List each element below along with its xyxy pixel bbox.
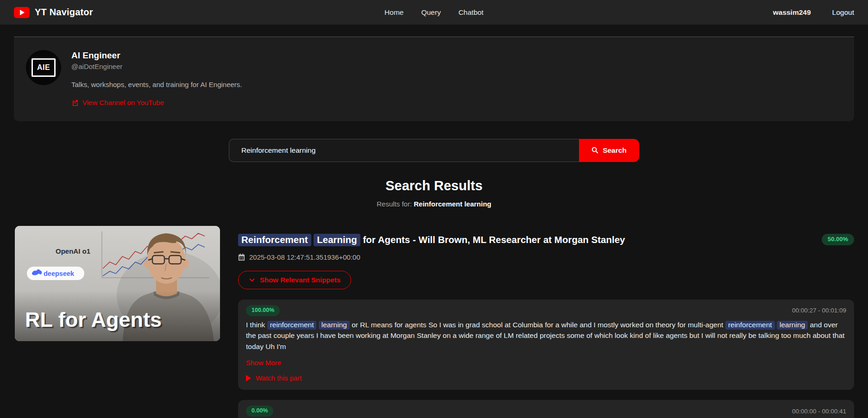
deepseek-logo: deepseek — [27, 267, 84, 280]
view-channel-label: View Channel on YouTube — [82, 98, 164, 107]
watch-this-part-label: Watch this part — [256, 374, 302, 383]
calendar-icon — [238, 254, 245, 261]
navbar: YT Navigator Home Query Chatbot wassim24… — [0, 0, 868, 25]
snippet-score-badge: 0.00% — [246, 406, 273, 417]
snippet-text: I think reinforcement learning or RL mea… — [246, 319, 846, 352]
youtube-logo-icon — [14, 7, 30, 18]
published-date: 2025-03-08 12:47:51.351936+00:00 — [249, 253, 360, 262]
external-link-icon — [71, 100, 78, 106]
watch-this-part-link[interactable]: Watch this part — [246, 374, 302, 383]
search-input[interactable] — [229, 139, 579, 162]
result-row: OpenAI o1 deepseek RL for Agents RL for … — [15, 226, 854, 418]
search-section: Search — [0, 139, 868, 162]
results-for-label: Results for: — [377, 200, 412, 208]
results-for-line: Results for: Reinforcement learning — [0, 200, 868, 208]
search-icon — [591, 147, 598, 154]
search-group: Search — [229, 139, 639, 162]
show-more-link[interactable]: Show More — [246, 358, 281, 367]
result-content: Reinforcement Learning for Agents - Will… — [238, 226, 854, 418]
video-title[interactable]: Reinforcement Learning for Agents - Will… — [238, 234, 625, 246]
thumbnail-caption: RL for Agents RL for Agents — [25, 308, 163, 333]
snippet-header: 0.00% 00:00:00 - 00:00:41 — [246, 406, 846, 417]
results-query: Reinforcement learning — [414, 200, 491, 208]
nav-link-home[interactable]: Home — [384, 8, 403, 17]
snippet-score-badge: 100.00% — [246, 305, 280, 316]
brand[interactable]: YT Navigator — [14, 7, 93, 18]
channel-card: AIE AI Engineer @aiDotEngineer Talks, wo… — [14, 37, 854, 121]
logout-link[interactable]: Logout — [832, 8, 854, 17]
channel-avatar: AIE — [26, 50, 61, 85]
view-channel-link[interactable]: View Channel on YouTube — [71, 98, 164, 107]
show-snippets-label: Show Relevant Snippets — [260, 276, 340, 284]
snippet-card: 0.00% 00:00:00 - 00:00:41 — [238, 400, 854, 418]
video-thumbnail[interactable]: OpenAI o1 deepseek RL for Agents RL for … — [15, 226, 220, 341]
openai-label: OpenAI o1 — [56, 247, 90, 255]
channel-handle: @aiDotEngineer — [71, 62, 242, 71]
nav-right: wassim249 Logout — [773, 8, 854, 17]
nav-links: Home Query Chatbot — [384, 8, 484, 17]
brand-title: YT Navigator — [35, 7, 93, 18]
snippet-card: 100.00% 00:00:27 - 00:01:09 I think rein… — [238, 299, 854, 390]
results-heading: Search Results — [0, 178, 868, 193]
nav-link-chatbot[interactable]: Chatbot — [459, 8, 484, 17]
play-icon — [246, 375, 251, 381]
avatar-monogram: AIE — [31, 58, 56, 77]
title-row: Reinforcement Learning for Agents - Will… — [238, 234, 854, 246]
channel-info: AI Engineer @aiDotEngineer Talks, worksh… — [71, 50, 242, 108]
show-snippets-button[interactable]: Show Relevant Snippets — [238, 271, 351, 289]
chevron-down-icon — [249, 277, 255, 283]
snippet-time-range: 00:00:27 - 00:01:09 — [792, 307, 846, 314]
channel-name: AI Engineer — [71, 50, 242, 61]
snippet-header: 100.00% 00:00:27 - 00:01:09 — [246, 305, 846, 316]
svg-text:RL for Agents: RL for Agents — [25, 308, 162, 331]
snippet-time-range: 00:00:00 - 00:00:41 — [792, 408, 846, 415]
svg-text:deepseek: deepseek — [44, 270, 75, 277]
published-date-row: 2025-03-08 12:47:51.351936+00:00 — [238, 253, 854, 262]
result-score-badge: 50.00% — [822, 234, 854, 245]
search-button[interactable]: Search — [579, 139, 639, 162]
username[interactable]: wassim249 — [773, 8, 811, 17]
search-button-label: Search — [603, 146, 627, 155]
nav-link-query[interactable]: Query — [421, 8, 440, 17]
channel-description: Talks, workshops, events, and training f… — [71, 80, 242, 89]
